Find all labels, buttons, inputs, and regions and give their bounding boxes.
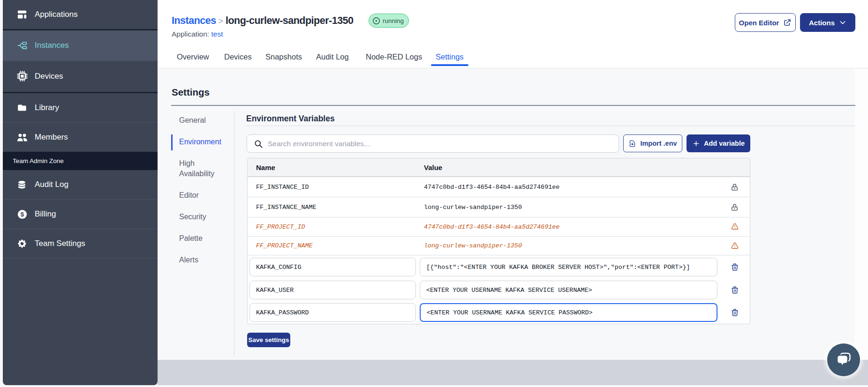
svg-text:$: $ xyxy=(21,211,24,218)
